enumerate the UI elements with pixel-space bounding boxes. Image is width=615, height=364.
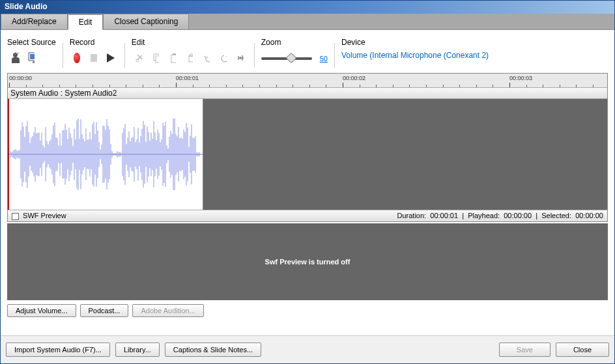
- play-icon: [107, 53, 115, 63]
- swf-preview-message: Swf Preview is turned off: [265, 258, 350, 266]
- bottom-bar: Import System Audio (F7)... Library... C…: [1, 335, 614, 363]
- ruler[interactable]: 00:00:00 00:00:01 00:00:02 00:00:03: [8, 74, 607, 88]
- playhead-value: 00:00:00: [504, 212, 532, 219]
- svg-rect-7: [171, 55, 176, 63]
- divider: [254, 43, 255, 68]
- monitor-icon: [28, 52, 35, 64]
- undo-icon: [203, 53, 210, 63]
- tab-edit[interactable]: Edit: [68, 14, 104, 30]
- slide-audio-dialog: Slide Audio Add/Replace Edit Closed Capt…: [0, 0, 615, 364]
- waveform[interactable]: [8, 99, 203, 210]
- undo-button[interactable]: [199, 51, 214, 65]
- import-system-audio-button[interactable]: Import System Audio (F7)...: [6, 343, 110, 357]
- delete-button[interactable]: [182, 51, 197, 65]
- paste-icon: [169, 53, 176, 63]
- svg-rect-6: [156, 56, 159, 63]
- selected-label: Selected:: [541, 212, 571, 219]
- paste-button[interactable]: [165, 51, 180, 65]
- group-select-source: Select Source ››: [7, 38, 56, 68]
- cut-button[interactable]: [132, 51, 146, 65]
- redo-button[interactable]: [216, 51, 231, 65]
- bottom-left: Import System Audio (F7)... Library... C…: [6, 343, 261, 357]
- podcast-button[interactable]: Podcast...: [80, 304, 129, 317]
- svg-rect-9: [189, 56, 193, 62]
- system-audio-source-button[interactable]: [24, 51, 38, 65]
- playhead-label: Playhead:: [468, 212, 500, 219]
- svg-rect-1: [30, 54, 35, 59]
- tab-closed-captioning[interactable]: Closed Captioning: [103, 14, 189, 29]
- record-label: Record: [70, 38, 118, 51]
- select-source-label: Select Source: [7, 38, 56, 51]
- stop-icon: [91, 54, 97, 62]
- adobe-audition-button: Adobe Audition...: [132, 304, 203, 317]
- cut-icon: [136, 53, 142, 63]
- mid-button-row: Adjust Volume... Podcast... Adobe Auditi…: [7, 300, 608, 321]
- divider: [124, 43, 125, 68]
- selected-value: 00:00:00: [575, 212, 603, 219]
- ruler-tick: 00:00:03: [509, 75, 532, 81]
- device-link[interactable]: Volume (Internal Microphone (Conexant 2): [341, 51, 489, 60]
- zoom-slider[interactable]: [261, 57, 312, 60]
- play-button[interactable]: [104, 51, 118, 65]
- swf-preview-toggle[interactable]: SWF Preview: [12, 212, 66, 220]
- track-header: System Audio : System Audio2: [8, 88, 607, 99]
- trash-icon: [186, 53, 193, 63]
- divider: [334, 43, 335, 68]
- bottom-right: Save Close: [499, 343, 609, 357]
- ruler-tick: 00:00:00: [9, 75, 32, 81]
- group-record: Record: [70, 38, 118, 68]
- track-body[interactable]: [8, 99, 607, 210]
- library-button[interactable]: Library...: [115, 343, 160, 357]
- silence-icon: [237, 53, 244, 63]
- toolbar: Select Source ›› Record: [7, 35, 608, 73]
- zoom-value[interactable]: 50: [320, 55, 328, 63]
- duration-label: Duration:: [397, 212, 427, 219]
- insert-silence-button[interactable]: [233, 51, 248, 65]
- content-area: Select Source ›› Record: [1, 30, 614, 335]
- ruler-tick: 00:00:02: [343, 75, 365, 81]
- close-button[interactable]: Close: [556, 343, 609, 357]
- duration-value: 00:00:01: [430, 212, 458, 219]
- group-edit: Edit: [132, 38, 248, 68]
- titlebar: Slide Audio: [1, 1, 614, 14]
- status-metrics: Duration: 00:00:01 | Playhead: 00:00:00 …: [397, 212, 604, 220]
- ruler-tick: 00:00:01: [176, 75, 199, 81]
- copy-button[interactable]: [149, 51, 163, 65]
- zoom-label: Zoom: [261, 38, 328, 51]
- redo-icon: [220, 53, 227, 63]
- edit-label: Edit: [132, 38, 248, 51]
- swf-preview-panel: Swf Preview is turned off: [7, 223, 608, 300]
- status-bar: SWF Preview Duration: 00:00:01 | Playhea…: [8, 210, 607, 221]
- waveform-overlay: [8, 99, 203, 210]
- stop-button[interactable]: [87, 51, 101, 65]
- swf-preview-label: SWF Preview: [23, 212, 66, 219]
- svg-rect-2: [33, 61, 35, 63]
- copy-icon: [152, 53, 159, 63]
- tab-bar: Add/Replace Edit Closed Captioning: [1, 14, 614, 30]
- narration-source-button[interactable]: ››: [7, 51, 21, 65]
- divider: [63, 43, 63, 68]
- record-icon: [74, 53, 80, 63]
- tab-add-replace[interactable]: Add/Replace: [1, 14, 68, 29]
- narration-icon: ››: [11, 51, 18, 64]
- timeline: 00:00:00 00:00:01 00:00:02 00:00:03 Syst…: [7, 73, 608, 222]
- swf-preview-checkbox[interactable]: [12, 213, 19, 220]
- group-zoom: Zoom 50: [261, 38, 328, 68]
- svg-rect-8: [173, 53, 176, 55]
- captions-notes-button[interactable]: Captions & Slide Notes...: [165, 343, 261, 357]
- zoom-thumb[interactable]: [285, 53, 296, 64]
- group-device: Device Volume (Internal Microphone (Cone…: [341, 38, 489, 68]
- device-label: Device: [341, 38, 489, 51]
- adjust-volume-button[interactable]: Adjust Volume...: [7, 304, 76, 317]
- save-button: Save: [499, 343, 551, 357]
- record-button[interactable]: [70, 51, 84, 65]
